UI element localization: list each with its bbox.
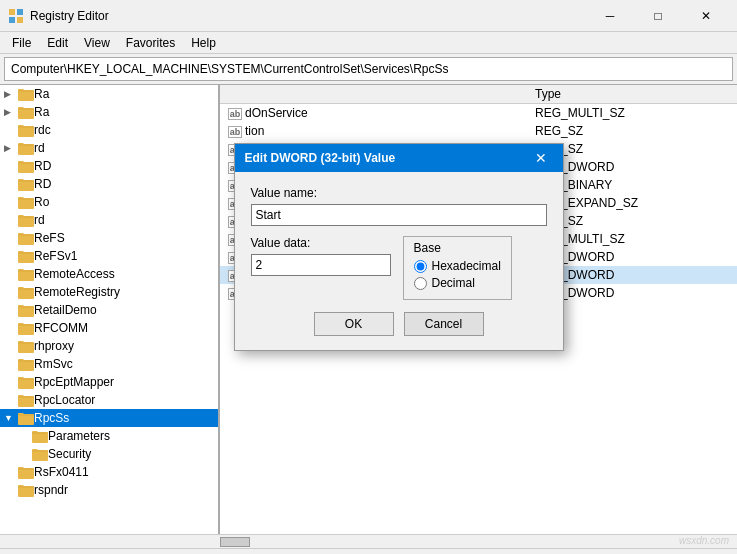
folder-icon <box>18 106 34 119</box>
tree-item-rhproxy[interactable]: rhproxy <box>0 337 218 355</box>
dialog-buttons: OK Cancel <box>251 312 547 340</box>
menu-view[interactable]: View <box>76 34 118 52</box>
tree-item-rd1[interactable]: ▶ rd <box>0 139 218 157</box>
arrow-icon: ▼ <box>4 413 18 423</box>
tree-item-refsv1[interactable]: ReFSv1 <box>0 247 218 265</box>
address-path: Computer\HKEY_LOCAL_MACHINE\SYSTEM\Curre… <box>11 62 448 76</box>
folder-icon <box>18 340 34 353</box>
tree-item-rd2[interactable]: rd <box>0 211 218 229</box>
tree-label: RD <box>34 177 51 191</box>
tree-item-security[interactable]: Security <box>0 445 218 463</box>
tree-label: RsFx0411 <box>34 465 89 479</box>
hex-radio[interactable] <box>414 260 427 273</box>
folder-icon <box>18 232 34 245</box>
window-controls: ─ □ ✕ <box>587 2 729 30</box>
tree-item-retaildemo[interactable]: RetailDemo <box>0 301 218 319</box>
watermark: wsxdn.com <box>679 535 729 546</box>
ok-button[interactable]: OK <box>314 312 394 336</box>
folder-icon <box>18 286 34 299</box>
tree-label: RetailDemo <box>34 303 97 317</box>
tree-item-ra1[interactable]: ▶ Ra <box>0 85 218 103</box>
svg-rect-1 <box>17 9 23 15</box>
menu-edit[interactable]: Edit <box>39 34 76 52</box>
cell-type: REG_MULTI_SZ <box>527 106 737 120</box>
tree-item-remoteregistry[interactable]: RemoteRegistry <box>0 283 218 301</box>
dec-radio-label[interactable]: Decimal <box>414 276 501 290</box>
col-header-type: Type <box>527 85 737 103</box>
tree-label: RemoteRegistry <box>34 285 120 299</box>
tree-item-rpcss[interactable]: ▼ RpcSs <box>0 409 218 427</box>
value-data-group: Value data: <box>251 236 391 300</box>
tree-label: RmSvc <box>34 357 73 371</box>
tree-item-rfcomm[interactable]: RFCOMM <box>0 319 218 337</box>
folder-icon <box>18 88 34 101</box>
dialog-title-bar: Edit DWORD (32-bit) Value ✕ <box>235 144 563 172</box>
tree-item-rspndr[interactable]: rspndr <box>0 481 218 499</box>
tree-item-rmsvc[interactable]: RmSvc <box>0 355 218 373</box>
value-data-input[interactable] <box>251 254 391 276</box>
edit-dword-dialog: Edit DWORD (32-bit) Value ✕ Value name: … <box>234 143 564 351</box>
tree-item-rpceptmapper[interactable]: RpcEptMapper <box>0 373 218 391</box>
minimize-button[interactable]: ─ <box>587 2 633 30</box>
folder-icon <box>18 466 34 479</box>
tree-label: rspndr <box>34 483 68 497</box>
tree-item-ro[interactable]: Ro <box>0 193 218 211</box>
dec-radio[interactable] <box>414 277 427 290</box>
restore-button[interactable]: □ <box>635 2 681 30</box>
cell-name: abdOnService <box>220 106 527 120</box>
folder-icon <box>18 124 34 137</box>
tree-item-rsfx0411[interactable]: RsFx0411 <box>0 463 218 481</box>
tree-item-RD2[interactable]: RD <box>0 175 218 193</box>
address-bar: Computer\HKEY_LOCAL_MACHINE\SYSTEM\Curre… <box>4 57 733 81</box>
registry-row[interactable]: abtion REG_SZ <box>220 122 737 140</box>
svg-rect-0 <box>9 9 15 15</box>
app-title: Registry Editor <box>30 9 587 23</box>
tree-item-rdc[interactable]: rdc <box>0 121 218 139</box>
folder-icon <box>18 142 34 155</box>
tree-item-rpclocator[interactable]: RpcLocator <box>0 391 218 409</box>
folder-icon <box>18 160 34 173</box>
arrow-icon: ▶ <box>4 107 18 117</box>
tree-item-ra2[interactable]: ▶ Ra <box>0 103 218 121</box>
base-group: Base Hexadecimal Decimal <box>403 236 512 300</box>
value-name-label: Value name: <box>251 186 547 200</box>
tree-label: Security <box>48 447 91 461</box>
tree-panel: ▶ Ra ▶ Ra rdc ▶ rd RD <box>0 85 220 534</box>
menu-help[interactable]: Help <box>183 34 224 52</box>
tree-item-refs[interactable]: ReFS <box>0 229 218 247</box>
folder-icon <box>18 394 34 407</box>
folder-icon <box>18 178 34 191</box>
menu-file[interactable]: File <box>4 34 39 52</box>
menu-favorites[interactable]: Favorites <box>118 34 183 52</box>
cell-name: abtion <box>220 124 527 138</box>
hex-radio-label[interactable]: Hexadecimal <box>414 259 501 273</box>
arrow-icon: ▶ <box>4 143 18 153</box>
dialog-close-button[interactable]: ✕ <box>529 147 553 169</box>
tree-item-parameters[interactable]: Parameters <box>0 427 218 445</box>
cell-type: REG_SZ <box>527 124 737 138</box>
value-data-row: Value data: Base Hexadecimal Decimal <box>251 236 547 300</box>
folder-icon <box>32 430 48 443</box>
folder-icon <box>18 484 34 497</box>
tree-item-remoteaccess[interactable]: RemoteAccess <box>0 265 218 283</box>
tree-label: RD <box>34 159 51 173</box>
tree-label: rdc <box>34 123 51 137</box>
dialog-body: Value name: Value data: Base Hexadecimal <box>235 172 563 350</box>
tree-label: RemoteAccess <box>34 267 115 281</box>
horizontal-scrollbar[interactable] <box>0 534 737 548</box>
folder-icon <box>18 250 34 263</box>
tree-label: RpcSs <box>34 411 69 425</box>
folder-icon <box>18 412 34 425</box>
tree-label: RFCOMM <box>34 321 88 335</box>
dialog-title: Edit DWORD (32-bit) Value <box>245 151 529 165</box>
value-name-input[interactable] <box>251 204 547 226</box>
cancel-button[interactable]: Cancel <box>404 312 484 336</box>
folder-icon <box>18 196 34 209</box>
folder-icon <box>18 358 34 371</box>
tree-item-RD1[interactable]: RD <box>0 157 218 175</box>
folder-icon <box>18 322 34 335</box>
close-button[interactable]: ✕ <box>683 2 729 30</box>
tree-label: Parameters <box>48 429 110 443</box>
registry-row[interactable]: abdOnService REG_MULTI_SZ <box>220 104 737 122</box>
menu-bar: File Edit View Favorites Help <box>0 32 737 54</box>
